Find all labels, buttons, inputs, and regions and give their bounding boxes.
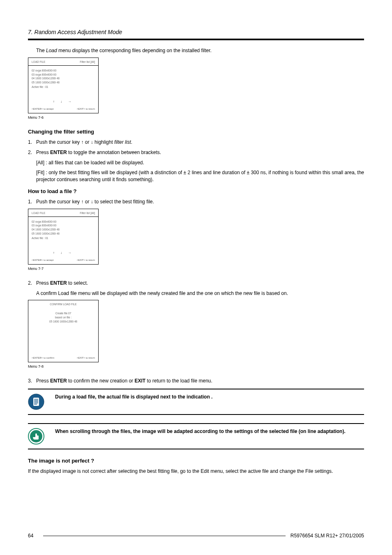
menu78-footer-left: <ENTER> to confirm	[32, 357, 54, 359]
menu77-line-1: 03 svga 800x600i 60	[32, 224, 95, 227]
h2-desc: A confirm Load file menu will be display…	[36, 290, 364, 297]
menu77-line-0: 02 svga 800x600i 60	[32, 220, 95, 223]
menu76-line-1: 03 svga 800x600i 60	[32, 73, 95, 76]
howto-step-2: 2. Press ENTER to select.	[28, 280, 364, 287]
menu77-active: Active file : 01	[32, 237, 95, 240]
menu76-active: Active file : 01	[32, 85, 95, 89]
menu76-line-3: 05 1600 1600x1280i 48	[32, 81, 95, 84]
menu77-line-3: 05 1600 1600x1280i 48	[32, 232, 95, 235]
heading-howto: How to load a file ?	[28, 188, 364, 194]
menu78-footer-right: <EXIT> to return	[77, 357, 95, 359]
h3-mid: to confirm the new creation or	[67, 378, 135, 384]
step-num: 2.	[28, 280, 36, 287]
note-rule-bottom	[28, 449, 364, 449]
menu78-line-1: based on file :	[32, 316, 95, 319]
intro-em: Load	[46, 48, 57, 53]
h3-post: to return to the load file menu.	[145, 378, 212, 384]
h3-strong1: ENTER	[50, 378, 67, 384]
h1-text: Push the cursor key ↑ or ↓ to select the…	[36, 198, 154, 205]
intro-paragraph: The Load menu displays the corresponding…	[36, 48, 364, 53]
h3-pre: Press	[36, 378, 50, 384]
heading-notperfect: The image is not perfect ?	[28, 458, 364, 464]
document-icon	[28, 394, 44, 410]
h2-post: to select.	[67, 280, 88, 286]
menu78-caption: Menu 7-8	[28, 364, 364, 368]
menu77-footer-left: <ENTER> to accept	[32, 259, 53, 262]
menu-box-7-6: LOAD FILE Filter list [All] 02 svga 800x…	[28, 58, 99, 113]
pointer-icon	[28, 428, 44, 444]
note-rule-top	[28, 389, 364, 389]
c1-em: filter list	[114, 139, 131, 145]
all-desc: [All] : all files that can be loaded wil…	[36, 159, 364, 166]
footer-doc: R5976654 SLM R12+ 27/01/2005	[291, 533, 364, 539]
menu76-title-left: LOAD FILE	[32, 60, 45, 64]
note-1: During a load file, the actual file is d…	[28, 389, 364, 415]
svg-rect-3	[34, 400, 38, 401]
intro-pre: The	[36, 48, 46, 53]
howto-step-3: 3. Press ENTER to confirm the new creati…	[28, 378, 364, 385]
menu-box-7-7: LOAD FILE Filter list [All] 02 svga 800x…	[28, 209, 99, 265]
footer-rule	[43, 536, 286, 536]
svg-rect-5	[34, 403, 38, 403]
menu77-title-left: LOAD FILE	[32, 212, 45, 215]
c2-pre: Press	[36, 150, 50, 155]
changing-step-2: 2. Press ENTER to toggle the annotation …	[28, 149, 364, 156]
menu78-line-0: Create file 07	[32, 312, 95, 315]
menu77-line-2: 04 1600 1600x1200i 48	[32, 228, 95, 231]
step-num: 1.	[28, 139, 36, 146]
changing-step-1: 1. Push the cursor key ↑ or ↓ highlight …	[28, 139, 364, 146]
note-1-text: During a load file, the actual file is d…	[55, 394, 364, 400]
h2-strong: ENTER	[50, 280, 67, 286]
c2-strong: ENTER	[50, 150, 67, 155]
menu76-caption: Menu 7-6	[28, 115, 364, 120]
menu77-rule	[28, 216, 98, 217]
menu77-title-right: Filter list [All]	[80, 212, 95, 215]
menu77-caption: Menu 7-7	[28, 267, 364, 271]
menu76-line-0: 02 svga 800x600i 60	[32, 69, 95, 72]
svg-rect-6	[34, 404, 37, 405]
h2-pre: Press	[36, 280, 50, 286]
page-footer: 64 R5976654 SLM R12+ 27/01/2005	[28, 533, 364, 539]
notperfect-body: If the displayed image is not correct af…	[28, 468, 364, 475]
menu78-line-2: 05 1600 1600x1280i 48	[32, 320, 95, 323]
h3-strong2: EXIT	[134, 378, 145, 384]
menu76-line-2: 04 1600 1600x1200i 48	[32, 77, 95, 80]
svg-rect-2	[34, 399, 38, 400]
header-rule	[28, 39, 364, 40]
step-num: 1.	[28, 198, 36, 205]
step-num: 2.	[28, 149, 36, 156]
c1-pre: Push the cursor key ↑ or ↓ highlight	[36, 139, 114, 145]
fit-desc: [Fit] : only the best fitting files will…	[36, 169, 364, 183]
section-header: 7. Random Access Adjustment Mode	[28, 29, 364, 35]
menu77-nav: ↑ ↓ →	[28, 251, 98, 255]
intro-post: menu displays the corresponding files de…	[57, 48, 212, 53]
howto-steps-1: 1. Push the cursor key ↑ or ↓ to select …	[28, 198, 364, 205]
note-2-text: When scrolling through the files, the im…	[55, 428, 364, 435]
step-num: 3.	[28, 378, 36, 385]
menu76-nav: ↑ ↓ →	[28, 100, 98, 104]
svg-rect-4	[34, 401, 38, 402]
menu77-footer-right: <EXIT> to return	[77, 259, 95, 262]
note-rule-bottom	[28, 414, 364, 415]
page-number: 64	[28, 533, 33, 539]
howto-steps-3: 3. Press ENTER to confirm the new creati…	[28, 378, 364, 385]
changing-steps: 1. Push the cursor key ↑ or ↓ highlight …	[28, 139, 364, 156]
c1-post: .	[131, 139, 132, 145]
note-2: When scrolling through the files, the im…	[28, 423, 364, 449]
menu76-footer-left: <ENTER> to accept	[32, 108, 53, 111]
menu76-footer-right: <EXIT> to return	[77, 108, 95, 111]
c2-post: to toggle the annotation between bracket…	[67, 150, 161, 155]
note-rule-top	[28, 423, 364, 424]
menu76-rule	[28, 65, 98, 66]
menu76-title-right: Filter list [All]	[80, 60, 95, 64]
howto-steps-2: 2. Press ENTER to select.	[28, 280, 364, 287]
menu78-title: CONFIRM LOAD FILE	[32, 303, 95, 306]
heading-changing: Changing the filter setting	[28, 129, 364, 135]
howto-step-1: 1. Push the cursor key ↑ or ↓ to select …	[28, 198, 364, 205]
menu-box-7-8: CONFIRM LOAD FILE Create file 07 based o…	[28, 300, 99, 362]
